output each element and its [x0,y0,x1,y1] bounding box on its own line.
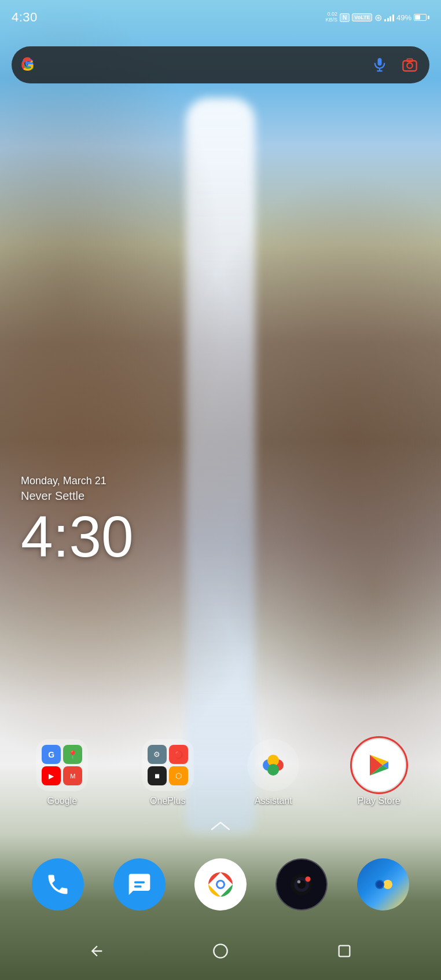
data-speed: 0.02KB/S [326,12,338,23]
nav-bar [0,922,441,980]
svg-point-25 [306,876,311,882]
swipe-up-indicator [209,819,232,836]
date-time-widget: Monday, March 21 Never Settle 4:30 [21,475,134,565]
op-mini-1: 🔴 [169,745,188,764]
svg-point-5 [407,63,412,68]
svg-point-27 [383,880,392,889]
signal-bars [384,13,394,21]
op-mini-3: ⬡ [169,766,188,785]
messages-dock-icon[interactable] [113,858,166,910]
maps-mini-icon: 📍 [63,745,82,764]
google-mini-icon: G [42,745,61,764]
svg-rect-16 [134,886,141,888]
time-large: 4:30 [21,507,134,565]
dock [0,858,441,910]
svg-rect-31 [339,946,350,957]
status-icons: 0.02KB/S N VoLTE ⊛ 49% [326,12,429,23]
app-grid: G 📍 ▶ M Google ⚙ 🔴 ◼ ⬡ OnePlus Assistant [0,739,441,806]
google-folder-icon: G 📍 ▶ M [36,739,88,791]
google-search-bar[interactable]: G G G [12,46,429,83]
chrome-dock-icon[interactable] [194,858,247,910]
svg-point-29 [376,881,383,888]
assistant-app[interactable]: Assistant [238,739,308,806]
google-label: Google [47,796,77,806]
svg-rect-1 [378,58,382,65]
gmail-mini-icon: M [63,766,82,785]
recents-button[interactable] [327,934,362,968]
google-folder[interactable]: G 📍 ▶ M Google [27,739,97,806]
back-button[interactable] [79,934,114,968]
battery-icon [414,14,429,21]
svg-rect-6 [407,59,412,62]
camera-dock-icon[interactable] [275,858,328,910]
lens-search-icon[interactable] [399,54,420,75]
svg-point-24 [297,880,301,884]
home-button[interactable] [203,934,238,968]
wifi-icon: ⊛ [374,12,382,23]
op-mini-2: ◼ [148,766,167,785]
svg-point-20 [218,882,223,887]
slogan-label: Never Settle [21,489,134,503]
status-time: 4:30 [12,10,38,25]
settings-mini-icon: ⚙ [148,745,167,764]
playstore-app[interactable]: Play Store [344,739,414,806]
oneplus-folder[interactable]: ⚙ 🔴 ◼ ⬡ OnePlus [133,739,203,806]
svg-point-30 [214,944,227,957]
app5-dock-icon[interactable] [357,858,409,910]
date-label: Monday, March 21 [21,475,134,487]
assistant-label: Assistant [255,796,292,806]
volte-icon: VoLTE [352,13,372,21]
playstore-label: Play Store [358,796,400,806]
battery-percent: 49% [396,13,411,22]
oneplus-folder-icon: ⚙ 🔴 ◼ ⬡ [142,739,194,791]
data-speed-group: 0.02KB/S [326,12,338,23]
phone-dock-icon[interactable] [32,858,84,910]
nfc-icon: N [340,13,350,22]
voice-search-icon[interactable] [369,54,390,75]
oneplus-label: OnePlus [150,796,185,806]
search-bar-icons [369,54,420,75]
google-g-letter: G [21,55,34,75]
svg-point-10 [267,764,279,776]
youtube-mini-icon: ▶ [42,766,61,785]
svg-rect-15 [134,882,144,884]
status-bar: 4:30 0.02KB/S N VoLTE ⊛ 49% [0,0,441,35]
playstore-icon [353,739,405,791]
assistant-icon [247,739,299,791]
